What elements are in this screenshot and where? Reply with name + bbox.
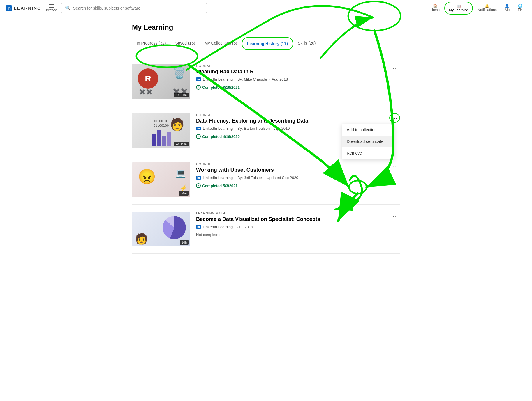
bell-icon: 🔔 <box>485 4 489 8</box>
tab-skills[interactable]: Skills (20) <box>293 37 320 50</box>
course-provider: LinkedIn Learning <box>203 126 233 131</box>
course-info: COURSE Cleaning Bad Data in R in LinkedI… <box>196 64 400 90</box>
course-date: Updated Sep 2020 <box>267 175 298 180</box>
tabs-bar: In Progress (32) Saved (15) My Collectio… <box>132 37 400 50</box>
more-options-button[interactable]: ··· <box>390 212 400 220</box>
header: in LEARNING Browse 🔍 🏠 Home 📖 My Learnin… <box>0 0 532 16</box>
course-date: Aug 2018 <box>272 77 288 81</box>
course-list: R 🗑️ ✖️ ✖️ ✖️ ✖️ 1h 54m COURSE Cleaning … <box>132 57 400 254</box>
nav-notifications[interactable]: 🔔 Notifications <box>474 3 500 14</box>
course-author: By: Barton Poulson <box>237 126 270 131</box>
home-icon: 🏠 <box>433 4 437 8</box>
more-options-button[interactable]: ··· <box>390 64 400 72</box>
course-meta: in LinkedIn Learning · By: Jeff Toister … <box>196 175 400 180</box>
my-learning-icon: 📖 <box>457 4 461 8</box>
nav-me-label: Me <box>505 8 510 12</box>
nav-home-label: Home <box>430 8 440 12</box>
completed-badge: ✓ Completed 5/3/2021 <box>196 183 400 188</box>
course-date: Apr 2019 <box>274 126 290 131</box>
course-thumbnail[interactable]: 😠 💻 ⚡ 54m <box>132 162 190 197</box>
course-provider: LinkedIn Learning <box>203 175 233 180</box>
tab-my-collections[interactable]: My Collections (5) <box>200 37 242 50</box>
course-item: 🧑 14h LEARNING PATH Become a Data Visual… <box>132 205 400 254</box>
download-certificate-item[interactable]: Download certificate <box>342 136 394 147</box>
more-options-button[interactable]: ··· <box>389 113 400 123</box>
completed-date: Completed 8/19/2021 <box>202 85 240 90</box>
completed-badge: ✓ Completed 8/19/2021 <box>196 85 400 90</box>
completed-date: Completed 5/3/2021 <box>202 184 237 188</box>
search-icon: 🔍 <box>65 5 71 11</box>
top-nav: 🏠 Home 📖 My Learning 🔔 Notifications 👤 M… <box>427 2 526 15</box>
course-type: COURSE <box>196 162 400 166</box>
course-author: By: Jeff Toister <box>237 175 262 180</box>
nav-notifications-label: Notifications <box>478 8 496 12</box>
course-thumbnail[interactable]: R 🗑️ ✖️ ✖️ ✖️ ✖️ 1h 54m <box>132 64 190 99</box>
course-meta: in LinkedIn Learning · Jun 2019 <box>196 225 400 229</box>
nav-language-label: EN <box>518 8 523 12</box>
course-item: 😠 💻 ⚡ 54m COURSE Working with Upset Cust… <box>132 155 400 205</box>
course-title[interactable]: Data Fluency: Exploring and Describing D… <box>196 118 400 124</box>
logo[interactable]: in LEARNING <box>6 5 41 11</box>
course-author: By: Mike Chapple <box>237 77 267 81</box>
nav-my-learning[interactable]: 📖 My Learning <box>444 2 473 15</box>
course-provider: LinkedIn Learning <box>203 77 233 81</box>
course-thumbnail[interactable]: 101001001100100 🧑 4h 19m <box>132 113 190 148</box>
page-title: My Learning <box>132 23 400 31</box>
duration-badge: 54m <box>179 191 189 196</box>
add-to-collection-item[interactable]: Add to collection <box>342 124 394 136</box>
course-thumbnail[interactable]: 🧑 14h <box>132 212 190 246</box>
course-meta: in LinkedIn Learning · By: Mike Chapple … <box>196 77 400 81</box>
page-content: My Learning In Progress (32) Saved (15) … <box>126 16 406 261</box>
search-input[interactable] <box>73 6 203 10</box>
not-completed-badge: Not completed <box>196 233 400 237</box>
course-type: LEARNING PATH <box>196 212 400 215</box>
course-date: Jun 2019 <box>237 225 253 229</box>
li-badge: in <box>196 225 201 229</box>
dropdown-menu: Add to collection Download certificate R… <box>342 124 394 159</box>
remove-item[interactable]: Remove <box>342 147 394 159</box>
tab-saved[interactable]: Saved (15) <box>170 37 200 50</box>
li-badge: in <box>196 127 201 130</box>
course-title[interactable]: Become a Data Visualization Specialist: … <box>196 216 400 222</box>
tab-in-progress[interactable]: In Progress (32) <box>132 37 170 50</box>
duration-badge: 14h <box>180 240 189 245</box>
tab-learning-history[interactable]: Learning History (17) <box>242 37 293 50</box>
course-item: 101001001100100 🧑 4h 19m COURSE Da <box>132 106 400 155</box>
nav-me[interactable]: 👤 Me <box>501 3 513 14</box>
search-bar: 🔍 <box>61 3 207 13</box>
duration-badge: 1h 54m <box>174 93 189 97</box>
li-badge: in <box>196 77 201 81</box>
hamburger-icon <box>49 4 54 8</box>
course-type: COURSE <box>196 64 400 68</box>
course-info: COURSE Working with Upset Customers in L… <box>196 162 400 188</box>
course-title[interactable]: Working with Upset Customers <box>196 167 400 173</box>
browse-label: Browse <box>46 8 58 12</box>
course-info: LEARNING PATH Become a Data Visualizatio… <box>196 212 400 237</box>
check-icon: ✓ <box>196 85 201 90</box>
check-icon: ✓ <box>196 183 201 188</box>
logo-learning: LEARNING <box>14 6 41 10</box>
browse-button[interactable]: Browse <box>46 4 58 12</box>
nav-my-learning-label: My Learning <box>449 8 468 12</box>
globe-icon: 🌐 <box>518 4 522 8</box>
course-title[interactable]: Cleaning Bad Data in R <box>196 69 400 75</box>
course-provider: LinkedIn Learning <box>203 225 233 229</box>
li-badge: in <box>196 176 201 180</box>
person-icon: 👤 <box>505 4 509 8</box>
course-type: COURSE <box>196 113 400 117</box>
nav-language[interactable]: 🌐 EN <box>514 3 526 14</box>
check-icon: ✓ <box>196 134 201 139</box>
duration-badge: 4h 19m <box>174 142 189 146</box>
more-options-button[interactable]: ··· <box>390 162 400 171</box>
nav-home[interactable]: 🏠 Home <box>427 3 443 14</box>
logo-in: in <box>6 5 12 11</box>
course-item: R 🗑️ ✖️ ✖️ ✖️ ✖️ 1h 54m COURSE Cleaning … <box>132 57 400 106</box>
completed-date: Completed 4/16/2020 <box>202 134 240 139</box>
